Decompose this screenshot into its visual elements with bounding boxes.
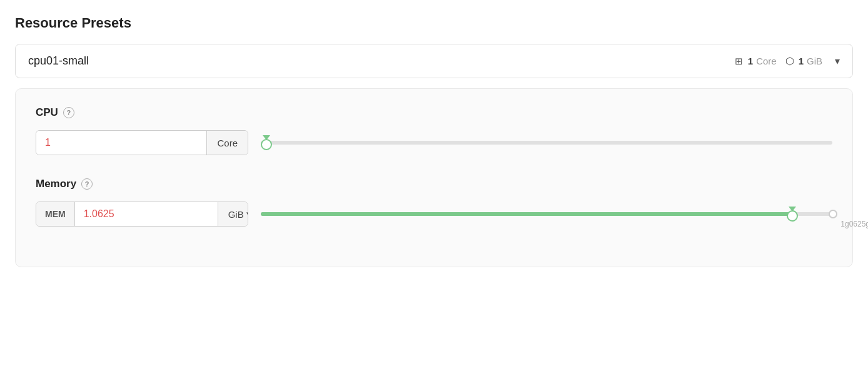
memory-unit-label: GiB ▾: [218, 202, 248, 226]
cpu-slider-thumb[interactable]: [261, 135, 272, 150]
memory-end-label: 1g0625g: [840, 220, 868, 228]
memory-label: Memory: [36, 178, 76, 190]
cpu-input-wrapper: Core: [36, 130, 248, 155]
cpu-unit-label: Core: [206, 131, 248, 155]
resource-panel: CPU ? Core Memory ?: [15, 88, 853, 267]
preset-core-unit: Core: [756, 56, 777, 66]
cpu-section: CPU ? Core: [36, 106, 832, 155]
preset-mem-unit: GiB: [807, 56, 822, 66]
memory-slider-fill: [261, 212, 792, 216]
memory-prefix-label: MEM: [36, 202, 75, 226]
memory-slider-track[interactable]: [261, 212, 832, 216]
cpu-slider-track[interactable]: [261, 141, 832, 145]
memory-help-icon[interactable]: ?: [81, 178, 93, 190]
memory-slider-section: 1g0625g: [261, 212, 832, 216]
cpu-help-icon[interactable]: ?: [63, 107, 74, 118]
memory-section: Memory ? MEM GiB ▾: [36, 178, 832, 227]
page-title: Resource Presets: [15, 15, 853, 31]
preset-name: cpu01-small: [28, 54, 89, 68]
memory-unit-dropdown-icon[interactable]: ▾: [246, 208, 248, 220]
preset-core-count: 1: [748, 56, 753, 66]
memory-thumb-secondary: [829, 210, 837, 218]
memory-value-input[interactable]: [75, 202, 218, 226]
cpu-value-input[interactable]: [36, 131, 206, 155]
preset-chevron-icon: ▾: [835, 55, 840, 67]
cpu-label: CPU: [36, 106, 58, 119]
preset-mem-count: 1: [799, 56, 804, 66]
cpu-slider-section: [261, 141, 832, 145]
mem-chip-icon: ⬡: [784, 56, 795, 67]
memory-input-wrapper: MEM GiB ▾: [36, 202, 248, 227]
core-icon: ⊞: [734, 56, 745, 67]
preset-selector[interactable]: cpu01-small ⊞ 1 Core ⬡ 1 GiB ▾: [15, 44, 853, 78]
memory-thumb-circle: [787, 210, 798, 222]
cpu-thumb-circle: [261, 139, 272, 150]
memory-unit-text: GiB: [228, 209, 244, 220]
memory-slider-thumb[interactable]: [787, 207, 798, 222]
